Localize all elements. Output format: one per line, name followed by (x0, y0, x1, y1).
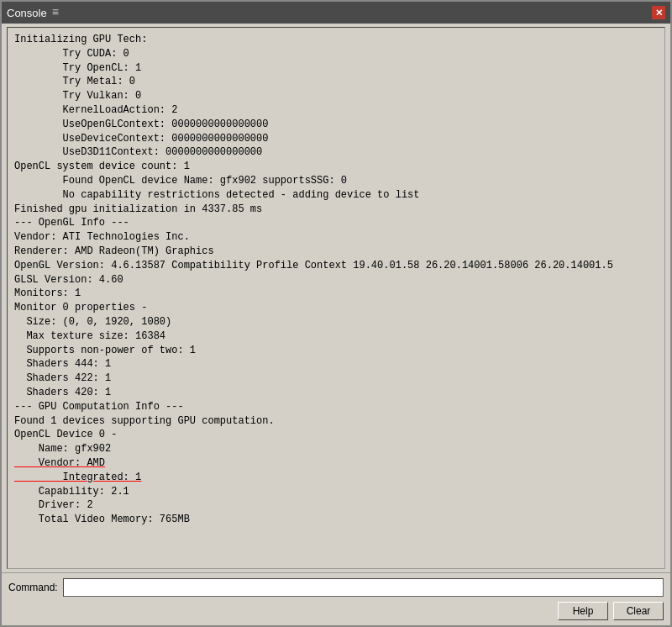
command-row: Command: (8, 578, 664, 597)
clear-button[interactable]: Clear (613, 602, 664, 620)
close-button[interactable]: ✕ (652, 6, 665, 19)
window-title: Console (7, 7, 47, 19)
title-bar: Console ≡ ✕ (2, 2, 670, 24)
command-label: Command: (8, 582, 58, 593)
console-window: Console ≡ ✕ Initializing GPU Tech: Try C… (0, 0, 672, 627)
button-row: Help Clear (8, 602, 664, 620)
title-bar-left: Console ≡ (7, 6, 59, 19)
command-input[interactable] (63, 578, 664, 597)
console-output[interactable]: Initializing GPU Tech: Try CUDA: 0 Try O… (7, 27, 665, 569)
menu-icon[interactable]: ≡ (52, 6, 59, 19)
help-button[interactable]: Help (558, 602, 608, 620)
bottom-bar: Command: Help Clear (2, 572, 670, 625)
